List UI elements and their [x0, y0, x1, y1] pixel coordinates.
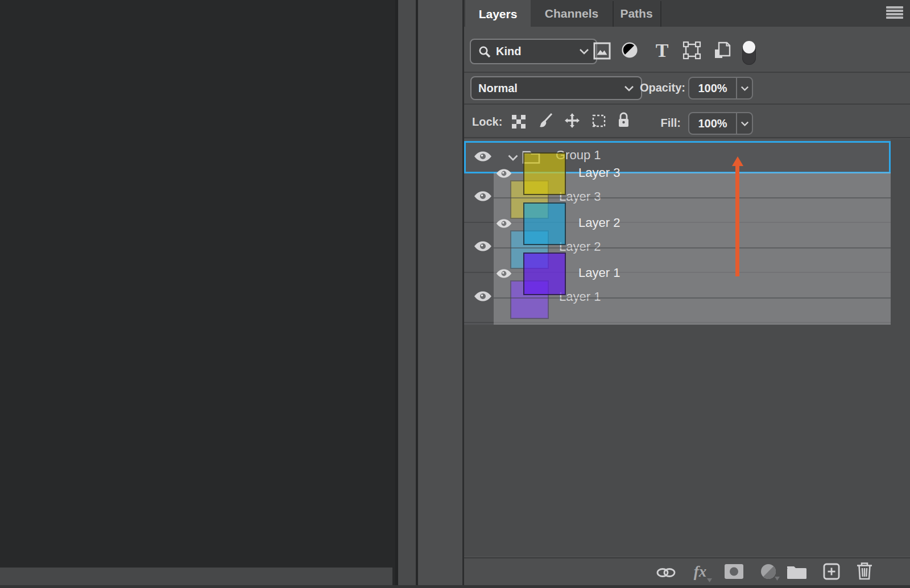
chevron-down-icon — [624, 85, 634, 92]
tab-divider — [660, 1, 661, 27]
tab-paths[interactable]: Paths — [613, 0, 660, 27]
photoshop-window: Layers Channels Paths Kind — [0, 0, 910, 588]
blend-mode-select[interactable]: Normal — [470, 76, 642, 100]
adjustment-layer-filter-icon[interactable] — [621, 42, 638, 59]
divider — [464, 103, 910, 105]
tab-paths-label: Paths — [620, 7, 652, 20]
ghost-layer-label: Layer 1 — [578, 266, 620, 280]
new-adjustment-layer-icon[interactable] — [760, 564, 776, 579]
ghost-layer-thumbnail — [523, 202, 566, 245]
opacity-dropdown-button[interactable] — [736, 78, 752, 98]
kind-filter-select[interactable]: Kind — [470, 39, 597, 64]
ghost-row-divider — [494, 197, 891, 198]
new-layer-icon[interactable] — [822, 562, 841, 581]
document-canvas — [0, 0, 392, 568]
drag-direction-arrow-head — [732, 156, 743, 166]
smart-object-filter-icon[interactable] — [713, 40, 731, 61]
fill-label: Fill: — [638, 117, 681, 130]
fill-value: 100% — [689, 113, 736, 134]
ghost-visibility-eye-icon — [495, 268, 512, 281]
layers-bottom-toolbar: fx — [464, 557, 910, 586]
kind-filter-value: Kind — [496, 45, 521, 58]
chevron-down-icon — [579, 48, 589, 55]
opacity-value: 100% — [689, 78, 736, 98]
filter-toggle[interactable] — [742, 42, 756, 65]
window-bottom-edge — [0, 585, 910, 588]
ghost-layer-label: Layer 3 — [578, 165, 620, 180]
chevron-down-icon — [741, 121, 749, 126]
ghost-row-divider — [494, 297, 891, 299]
lock-artboard-icon[interactable] — [591, 113, 607, 129]
layer-style-fx-icon[interactable]: fx — [690, 562, 710, 581]
fx-dropdown-triangle — [707, 578, 712, 582]
drag-ghost-overlay — [494, 172, 891, 325]
group-expand-chevron-icon[interactable] — [507, 154, 519, 164]
panel-dock-gutter — [416, 0, 465, 588]
ghost-layer-thumbnail — [523, 252, 566, 295]
tab-divider — [613, 1, 614, 27]
panel-menu-icon[interactable] — [886, 6, 903, 19]
horizontal-scrollbar[interactable] — [0, 568, 392, 585]
drag-direction-arrow — [735, 165, 739, 276]
ghost-layer-thumbnail — [523, 152, 566, 195]
lock-position-icon[interactable] — [564, 113, 580, 129]
opacity-label: Opacity: — [637, 81, 685, 94]
layer-list: Group 1 Layer 3 Layer 2 Layer 1 — [464, 139, 891, 325]
divider — [464, 137, 910, 138]
tab-layers-label: Layers — [479, 7, 518, 21]
lock-transparent-pixels-icon[interactable] — [511, 114, 526, 129]
ghost-layer-label: Layer 2 — [578, 216, 620, 230]
tab-layers[interactable]: Layers — [465, 0, 531, 28]
lock-all-icon[interactable] — [617, 111, 631, 129]
lock-label: Lock: — [472, 115, 502, 129]
layers-panel: Layers Channels Paths Kind — [462, 0, 910, 588]
search-icon — [478, 45, 491, 59]
pixel-layer-filter-icon[interactable] — [593, 42, 611, 60]
new-group-icon[interactable] — [786, 564, 808, 580]
visibility-eye-icon[interactable] — [473, 290, 493, 305]
link-layers-icon[interactable] — [656, 566, 676, 579]
fill-dropdown-button[interactable] — [736, 113, 752, 134]
adjustment-dropdown-triangle — [775, 577, 780, 581]
chevron-down-icon — [741, 86, 749, 91]
delete-layer-icon[interactable] — [856, 561, 873, 581]
filter-toggle-knob — [743, 41, 755, 53]
blend-mode-value: Normal — [478, 82, 518, 95]
divider — [464, 72, 910, 73]
visibility-eye-icon[interactable] — [473, 190, 493, 205]
fx-label: fx — [694, 563, 707, 581]
visibility-eye-icon[interactable] — [473, 240, 493, 255]
add-layer-mask-icon[interactable] — [725, 564, 743, 579]
ghost-row-divider — [494, 247, 891, 249]
tab-channels[interactable]: Channels — [531, 0, 613, 27]
panel-tab-bar: Layers Channels Paths — [464, 0, 910, 27]
visibility-eye-icon[interactable] — [473, 150, 493, 165]
type-layer-filter-icon[interactable]: T — [653, 41, 671, 60]
ghost-visibility-eye-icon — [495, 168, 512, 181]
fill-field[interactable]: 100% — [688, 112, 753, 135]
vertical-scrollbar[interactable] — [395, 0, 419, 588]
lock-image-pixels-icon[interactable] — [539, 113, 553, 129]
ghost-visibility-eye-icon — [495, 218, 512, 231]
opacity-field[interactable]: 100% — [688, 77, 753, 100]
shape-layer-filter-icon[interactable] — [682, 41, 701, 60]
tab-channels-label: Channels — [545, 7, 599, 20]
